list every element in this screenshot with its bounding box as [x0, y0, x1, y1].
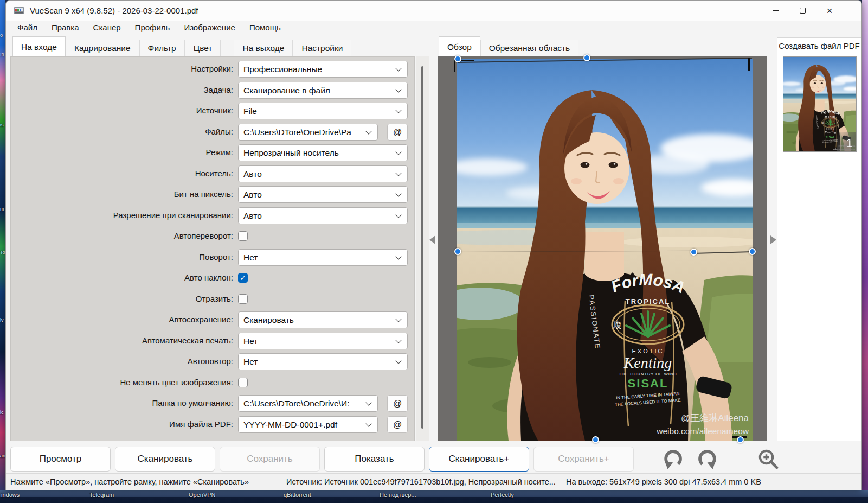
desktop-icon-label-fragment: an	[0, 453, 5, 459]
desktop-icon-label-fragment: is	[0, 122, 4, 128]
crop-handle[interactable]	[690, 249, 697, 256]
bits-per-pixel-select[interactable]: Авто	[238, 186, 408, 203]
menu-item[interactable]: Изображение	[177, 21, 242, 35]
tab-cropped-area[interactable]: Обрезанная область	[480, 40, 578, 56]
default-folder-combo[interactable]: C:\Users\DTore\OneDrive\И:	[238, 395, 378, 412]
combo-value: C:\Users\DTore\OneDrive\И:	[243, 396, 364, 411]
tab-prefs[interactable]: Настройки	[293, 40, 351, 56]
mirror-checkbox[interactable]	[238, 294, 248, 304]
maximize-button[interactable]	[789, 1, 816, 21]
collapse-left-arrow-icon[interactable]	[429, 235, 435, 244]
default-folder-at-button[interactable]: @	[387, 395, 408, 412]
scan-resolution-select[interactable]: Авто	[238, 207, 408, 224]
collapse-right-arrow-icon[interactable]	[770, 235, 776, 244]
selected-value: Нет	[243, 250, 394, 265]
close-button[interactable]: ×	[816, 1, 843, 21]
selected-value: Авто	[243, 187, 394, 202]
combo-value: YYYY-MM-DD-0001+.pdf	[243, 417, 364, 432]
chevron-down-icon	[395, 107, 401, 113]
title-bar: VueScan 9 x64 (9.8.52) - 2026-03-22-0001…	[6, 1, 861, 21]
menu-item[interactable]: Правка	[44, 21, 86, 35]
source-row: Источник:File	[11, 103, 414, 119]
menu-item[interactable]: Помощь	[242, 21, 288, 35]
save-plus-button[interactable]: Сохранить+	[533, 447, 634, 472]
media-select[interactable]: Авто	[238, 165, 408, 182]
rotation-select[interactable]: Нет	[238, 249, 408, 266]
crop-handle[interactable]	[737, 436, 744, 443]
preview-button[interactable]: Просмотр	[10, 447, 111, 472]
source-select[interactable]: File	[238, 103, 408, 119]
desktop-icon-label-fragment: m	[0, 206, 4, 212]
settings-select[interactable]: Профессиональные	[238, 61, 408, 78]
selected-value: File	[243, 103, 394, 119]
status-bar: Нажмите «Просмотр», настройте рамку, наж…	[6, 473, 861, 490]
chevron-down-icon	[365, 421, 371, 426]
crop-handle[interactable]	[749, 248, 756, 255]
task-label: Задача:	[10, 82, 233, 98]
tab-overview[interactable]: Обзор	[439, 36, 480, 56]
auto-print-select[interactable]: Нет	[238, 333, 408, 349]
files-row: Файлы:C:\Users\DTore\OneDrive\Pa@	[11, 124, 414, 140]
desktop-icon-label-fragment: o	[0, 33, 3, 38]
keep-image-color-checkbox[interactable]	[238, 378, 248, 387]
combo-value: C:\Users\DTore\OneDrive\Pa	[243, 124, 364, 140]
media-row: Носитель:Авто	[11, 165, 414, 182]
pdf-output-panel: Создавать файл PDF 1	[777, 37, 861, 441]
crop-handle[interactable]	[454, 55, 461, 62]
rotate-left-icon[interactable]	[662, 448, 685, 470]
preview-photo[interactable]	[457, 59, 753, 441]
chevron-down-icon	[395, 212, 401, 218]
menu-item[interactable]: Файл	[10, 21, 44, 35]
rotate-right-icon[interactable]	[696, 448, 718, 470]
scan-plus-button[interactable]: Сканировать+	[429, 447, 529, 472]
task-row: Задача:Сканирование в файл	[11, 82, 414, 98]
crop-handle[interactable]	[454, 248, 461, 255]
crop-handle[interactable]	[583, 54, 590, 61]
menu-item[interactable]: Профиль	[128, 21, 177, 35]
status-source: Источник: Источник 001ec949f797161703b10…	[286, 474, 557, 490]
auto-save-select[interactable]: Сканировать	[238, 311, 408, 328]
desktop-icon-label: Telegram	[89, 492, 114, 498]
tab-filter[interactable]: Фильтр	[139, 40, 185, 56]
task-select[interactable]: Сканирование в файл	[238, 82, 408, 99]
auto-flip-checkbox[interactable]	[238, 231, 248, 241]
chevron-down-icon	[395, 86, 401, 92]
files-at-button[interactable]: @	[387, 124, 408, 141]
auto-repeat-select[interactable]: Нет	[238, 353, 408, 370]
tab-color[interactable]: Цвет	[185, 40, 221, 56]
auto-repeat-row: Автоповтор:Нет	[11, 353, 414, 370]
pdf-page-thumbnail[interactable]: 1	[783, 56, 857, 152]
desktop-icon-label: qBittorrent	[284, 492, 311, 498]
selected-value: Профессиональные	[243, 61, 394, 77]
auto-skew-checkbox[interactable]: ✓	[238, 273, 248, 283]
desktop-icon-label: indows	[1, 492, 20, 498]
input-tab-bar: На входеКадрированиеФильтрЦветНа выходеН…	[12, 36, 351, 56]
chevron-down-icon	[395, 358, 401, 364]
keep-image-color-label: Не менять цвет изображения:	[10, 374, 233, 391]
vuescan-window: VueScan 9 x64 (9.8.52) - 2026-03-22-0001…	[5, 0, 862, 490]
menu-item[interactable]: Сканер	[86, 21, 128, 35]
files-combo[interactable]: C:\Users\DTore\OneDrive\Pa	[238, 124, 378, 141]
default-params-row: Параметры по умолчанию:	[11, 437, 414, 441]
desktop-edge-left: oInismTolvican	[0, 0, 5, 503]
mode-select[interactable]: Непрозрачный носитель	[238, 144, 408, 161]
auto-skew-row: Авто наклон:✓	[11, 270, 414, 286]
pdf-file-name-at-button[interactable]: @	[387, 416, 408, 433]
tab-crop[interactable]: Кадрирование	[66, 40, 139, 56]
minimize-button[interactable]	[762, 1, 789, 21]
tab-output[interactable]: На выходе	[234, 40, 293, 56]
tab-input[interactable]: На входе	[12, 36, 66, 56]
chevron-down-icon	[395, 170, 401, 176]
zoom-in-icon[interactable]	[757, 448, 780, 470]
save-button[interactable]: Сохранить	[220, 447, 320, 472]
desktop-icon-label-fragment: lv	[0, 317, 4, 323]
desktop-icon-label: Perfectly	[491, 492, 514, 498]
auto-flip-row: Автопереворот:	[11, 228, 414, 244]
crop-handle[interactable]	[592, 436, 599, 443]
view-button[interactable]: Показать	[324, 447, 425, 472]
form-scrollbar[interactable]	[416, 56, 429, 441]
scan-button[interactable]: Сканировать	[115, 447, 215, 472]
pdf-file-name-label: Имя файла PDF:	[10, 416, 233, 432]
form-scrollbar-thumb[interactable]	[421, 66, 423, 429]
pdf-file-name-combo[interactable]: YYYY-MM-DD-0001+.pdf	[238, 416, 378, 433]
